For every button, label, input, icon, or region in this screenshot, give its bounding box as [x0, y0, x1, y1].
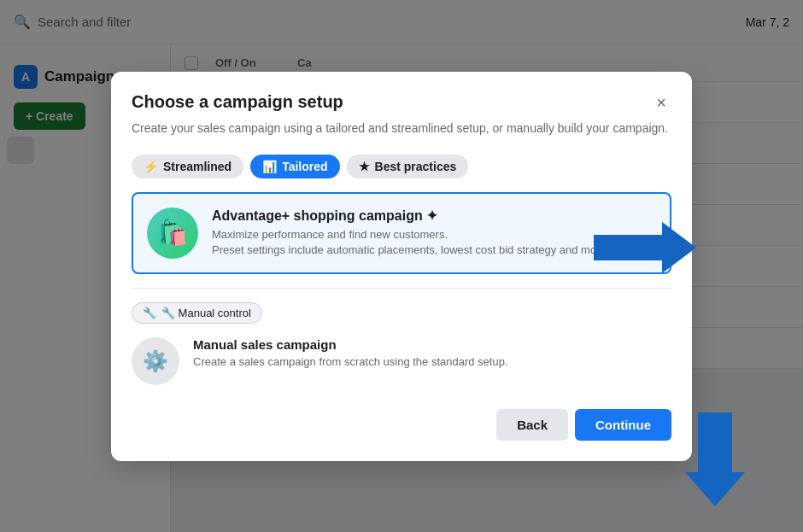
manual-icon: ⚙️ — [132, 337, 179, 385]
tabs-row: ⚡ Streamlined 📊 Tailored ★ Best practice… — [132, 155, 671, 178]
manual-content: Manual sales campaign Create a sales cam… — [193, 337, 508, 368]
advantage-plus-card[interactable]: 🛍️ Advantage+ shopping campaign ✦ Maximi… — [132, 192, 671, 274]
tab-best-practices[interactable]: ★ Best practices — [347, 155, 469, 178]
continue-button[interactable]: Continue — [575, 409, 671, 441]
advantage-plus-title: Advantage+ shopping campaign ✦ — [212, 208, 609, 224]
campaign-setup-modal: Choose a campaign setup × Create your sa… — [111, 72, 692, 461]
advantage-plus-desc-line2: Preset settings include automatic placem… — [212, 243, 609, 258]
streamlined-icon: ⚡ — [144, 160, 158, 173]
manual-title: Manual sales campaign — [193, 337, 508, 352]
tailored-label: Tailored — [282, 160, 327, 173]
modal-footer: Back Continue — [132, 409, 671, 441]
tab-tailored[interactable]: 📊 Tailored — [250, 155, 339, 178]
tab-streamlined[interactable]: ⚡ Streamlined — [132, 155, 243, 178]
manual-sales-card[interactable]: ⚙️ Manual sales campaign Create a sales … — [132, 334, 671, 389]
modal-header: Choose a campaign setup × — [132, 92, 671, 113]
annotation-arrow-down — [685, 412, 745, 506]
advantage-plus-icon: 🛍️ — [147, 208, 198, 259]
best-practices-label: Best practices — [375, 160, 457, 173]
modal-title: Choose a campaign setup — [132, 92, 343, 112]
advantage-plus-desc-line1: Maximize performance and find new custom… — [212, 227, 609, 243]
back-button[interactable]: Back — [496, 409, 568, 441]
manual-control-badge: 🔧 🔧 Manual control — [132, 302, 262, 324]
tailored-icon: 📊 — [262, 160, 277, 173]
streamlined-label: Streamlined — [163, 160, 232, 173]
manual-badge-label: 🔧 Manual control — [161, 307, 251, 319]
modal-subtitle: Create your sales campaign using a tailo… — [132, 120, 671, 137]
best-practices-icon: ★ — [359, 160, 370, 173]
svg-marker-1 — [685, 412, 745, 506]
section-divider — [132, 288, 671, 289]
advantage-plus-content: Advantage+ shopping campaign ✦ Maximize … — [212, 208, 609, 258]
modal-close-button[interactable]: × — [651, 92, 671, 113]
modal-overlay: Choose a campaign setup × Create your sa… — [0, 0, 803, 532]
wrench-icon: 🔧 — [143, 307, 156, 319]
manual-desc: Create a sales campaign from scratch usi… — [193, 355, 508, 368]
